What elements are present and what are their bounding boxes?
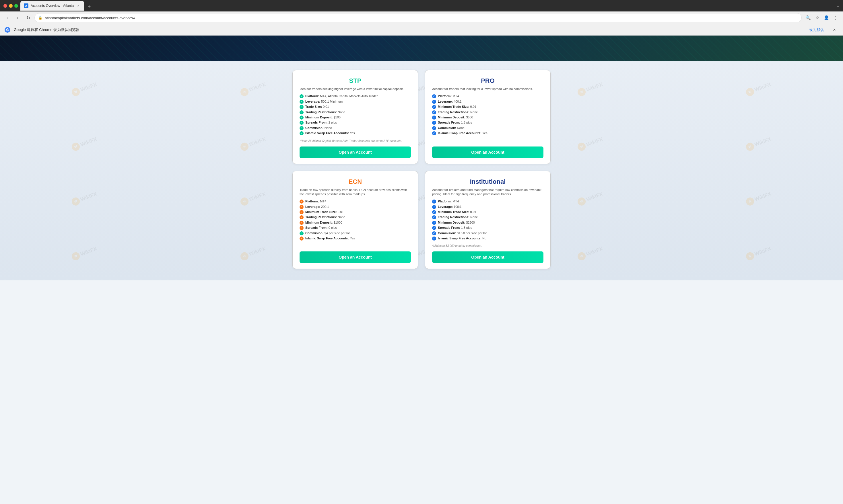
open-account-button-institutional[interactable]: Open an Account xyxy=(432,251,544,263)
set-default-link[interactable]: 设为默认 xyxy=(806,26,827,34)
feature-item: ✓Commision: None xyxy=(299,126,411,130)
feature-item: ✓Islamic Swap Free Accounts: Yes xyxy=(299,131,411,135)
feature-item: ✓Minimum Trade Size: 0.01 xyxy=(432,105,544,109)
info-bar-close-button[interactable]: × xyxy=(830,26,838,34)
feature-text: Spreads From: 2 pips xyxy=(305,121,337,125)
feature-text: Minimum Deposit: $1000 xyxy=(305,220,342,225)
feature-text: Platform: MT4 xyxy=(305,199,326,203)
feature-item: ✓Spreads From: 0 pips xyxy=(299,226,411,230)
browser-chrome: A Accounts Overview - Atlanta × + ⌄ ‹ › … xyxy=(0,0,843,36)
feature-item: ✓Platform: MT4, Atlanta Capital Markets … xyxy=(299,94,411,98)
feature-checkmark-icon: ✓ xyxy=(432,210,436,214)
feature-text: Trading Restrictions: None xyxy=(305,215,345,219)
feature-text: Leverage: 100:1 xyxy=(438,205,462,209)
feature-checkmark-icon: ✓ xyxy=(432,205,436,209)
open-account-button-pro[interactable]: Open an Account xyxy=(432,146,544,158)
feature-item: ✓Minimum Deposit: $2500 xyxy=(432,220,544,225)
account-card-stp: STPIdeal for traders seeking higher leve… xyxy=(292,70,418,164)
reload-button[interactable]: ↻ xyxy=(24,14,32,22)
feature-item: ✓Minimum Deposit: $100 xyxy=(299,115,411,120)
card-title-ecn: ECN xyxy=(299,178,411,185)
card-description-pro: Account for traders that looking for a l… xyxy=(432,87,544,91)
feature-checkmark-icon: ✓ xyxy=(299,110,304,114)
feature-item: ✓Islamic Swap Free Accounts: No xyxy=(432,236,544,240)
account-card-pro: PROAccount for traders that looking for … xyxy=(425,70,551,164)
maximize-traffic-light[interactable] xyxy=(14,4,18,8)
feature-item: ✓Minimum Trade Size: 0.01 xyxy=(432,210,544,214)
feature-text: Minimum Deposit: $100 xyxy=(305,115,341,120)
feature-checkmark-icon: ✓ xyxy=(432,226,436,230)
chrome-icon: G xyxy=(5,27,10,33)
feature-checkmark-icon: ✓ xyxy=(299,105,304,109)
feature-item: ✓Leverage: 200:1 xyxy=(299,205,411,209)
card-description-ecn: Trade on raw spreads directly from banks… xyxy=(299,188,411,197)
feature-checkmark-icon: ✓ xyxy=(432,221,436,225)
feature-checkmark-icon: ✓ xyxy=(432,200,436,203)
feature-checkmark-icon: ✓ xyxy=(299,221,304,225)
card-description-stp: Ideal for traders seeking higher leverag… xyxy=(299,87,411,91)
card-note-stp: *Note: All Atlanta Capital Markets Auto … xyxy=(299,139,411,143)
card-title-pro: PRO xyxy=(432,77,544,85)
feature-checkmark-icon: ✓ xyxy=(432,100,436,104)
feature-text: Platform: MT4 xyxy=(438,199,459,203)
feature-checkmark-icon: ✓ xyxy=(299,100,304,104)
minimize-traffic-light[interactable] xyxy=(9,4,13,8)
feature-item: ✓Spreads From: 1.3 pips xyxy=(432,226,544,230)
profile-icon-btn[interactable]: 👤 xyxy=(822,14,830,22)
tab-close-button[interactable]: × xyxy=(76,3,81,8)
bookmark-icon-btn[interactable]: ☆ xyxy=(813,14,821,22)
feature-item: ✓Leverage: 500:1 Minimum xyxy=(299,100,411,104)
feature-checkmark-icon: ✓ xyxy=(299,210,304,214)
feature-text: Minimum Trade Size: 0.01 xyxy=(438,105,476,109)
address-bar[interactable]: 🔒 atlantacapitalmarkets.com/account/acco… xyxy=(34,13,802,22)
close-traffic-light[interactable] xyxy=(3,4,7,8)
cards-container: STPIdeal for traders seeking higher leve… xyxy=(292,70,551,269)
feature-checkmark-icon: ✓ xyxy=(432,105,436,109)
feature-checkmark-icon: ✓ xyxy=(299,200,304,203)
feature-checkmark-icon: ✓ xyxy=(299,205,304,209)
feature-text: Trading Restrictions: None xyxy=(438,215,478,219)
feature-text: Trading Restrictions: None xyxy=(305,110,345,114)
feature-text: Spreads From: 0 pips xyxy=(305,226,337,230)
toolbar-actions: 🔍 ☆ 👤 ⋮ xyxy=(804,14,840,22)
feature-text: Commision: None xyxy=(438,126,465,130)
open-account-button-stp[interactable]: Open an Account xyxy=(299,146,411,158)
feature-text: Spreads From: 1.3 pips xyxy=(438,226,472,230)
feature-text: Platform: MT4 xyxy=(438,94,459,98)
new-tab-button[interactable]: + xyxy=(85,3,93,11)
lock-icon: 🔒 xyxy=(38,16,42,20)
feature-text: Platform: MT4, Atlanta Capital Markets A… xyxy=(305,94,378,98)
feature-checkmark-icon: ✓ xyxy=(299,215,304,219)
feature-item: ✓Commision: $1.50 per side per lot xyxy=(432,231,544,235)
feature-text: Commision: $1.50 per side per lot xyxy=(438,231,487,235)
feature-checkmark-icon: ✓ xyxy=(299,231,304,235)
feature-item: ✓Islamic Swap Free Accounts: Yes xyxy=(299,236,411,240)
feature-text: Commision: None xyxy=(305,126,332,130)
feature-item: ✓Trading Restrictions: None xyxy=(299,215,411,219)
feature-text: Islamic Swap Free Accounts: Yes xyxy=(305,131,355,135)
feature-text: Leverage: 200:1 xyxy=(305,205,329,209)
feature-item: ✓Spreads From: 2 pips xyxy=(299,121,411,125)
feature-checkmark-icon: ✓ xyxy=(299,131,304,135)
feature-item: ✓Platform: MT4 xyxy=(299,199,411,203)
feature-checkmark-icon: ✓ xyxy=(299,121,304,125)
back-button[interactable]: ‹ xyxy=(3,14,12,22)
forward-button[interactable]: › xyxy=(14,14,22,22)
feature-text: Minimum Deposit: $500 xyxy=(438,115,473,120)
account-card-institutional: InstitutionalAccount for brokers and fun… xyxy=(425,171,551,269)
menu-icon-btn[interactable]: ⋮ xyxy=(831,14,840,22)
open-account-button-ecn[interactable]: Open an Account xyxy=(299,251,411,263)
feature-text: Minimum Trade Size: 0.01 xyxy=(438,210,476,214)
search-icon-btn[interactable]: 🔍 xyxy=(804,14,812,22)
card-description-institutional: Account for brokers and fund managers th… xyxy=(432,188,544,197)
feature-checkmark-icon: ✓ xyxy=(432,94,436,98)
feature-text: Trading Restrictions: None xyxy=(438,110,478,114)
info-bar: G Google 建议将 Chrome 设为默认浏览器 设为默认 × xyxy=(0,24,843,36)
page-content: WWikiFX WWikiFX WWikiFX WWikiFX WWikiFX … xyxy=(0,61,843,281)
feature-text: Commision: $4 per side per lot xyxy=(305,231,350,235)
feature-checkmark-icon: ✓ xyxy=(432,121,436,125)
feature-checkmark-icon: ✓ xyxy=(432,126,436,130)
tab-favicon: A xyxy=(24,3,29,8)
feature-item: ✓Leverage: 100:1 xyxy=(432,205,544,209)
active-tab[interactable]: A Accounts Overview - Atlanta × xyxy=(20,1,84,11)
